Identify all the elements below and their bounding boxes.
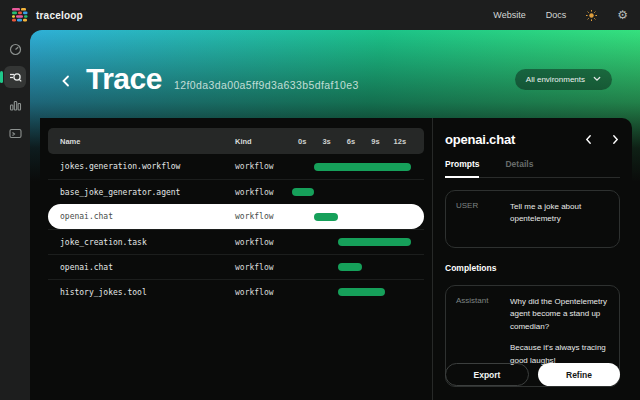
next-span-chevron-icon[interactable] (611, 134, 620, 145)
span-kind: workflow (235, 188, 290, 197)
trace-search-icon (9, 71, 22, 84)
span-timeline-cell (290, 255, 412, 279)
span-duration-bar (292, 188, 314, 196)
detail-tabs: Prompts Details (445, 159, 620, 178)
span-timeline-cell (290, 230, 412, 254)
docs-link[interactable]: Docs (546, 10, 567, 20)
sidebar-item-playground[interactable] (4, 122, 26, 144)
chevron-down-icon (593, 76, 601, 82)
span-duration-bar (338, 288, 384, 296)
span-timeline-cell (290, 154, 412, 179)
tab-details[interactable]: Details (505, 159, 533, 177)
timeline-axis: 0s 3s 6s 9s 12s (290, 137, 412, 146)
theme-toggle-sun-icon[interactable] (586, 10, 597, 21)
environment-selector-label: All environments (526, 75, 585, 84)
tab-prompts[interactable]: Prompts (445, 159, 479, 178)
table-row[interactable]: jokes.generation.workflow workflow (48, 154, 424, 179)
table-row[interactable]: base_joke_generator.agent workflow (48, 179, 424, 204)
content-area: Name Kind 0s 3s 6s 9s 12s jokes.generati… (40, 118, 632, 400)
page-title: Trace (86, 62, 162, 96)
span-name: openai.chat (60, 212, 235, 221)
column-header-name: Name (60, 137, 235, 146)
app-window: traceloop Website Docs ⚙ (0, 0, 640, 400)
table-header: Name Kind 0s 3s 6s 9s 12s (48, 128, 424, 154)
span-timeline-cell (290, 204, 412, 229)
span-duration-bar (338, 263, 362, 271)
message-text: Tell me a joke about opentelemetry (510, 201, 609, 237)
completion-paragraph: Why did the Opentelemetry agent become a… (510, 296, 609, 333)
website-link[interactable]: Website (493, 10, 525, 20)
column-header-kind: Kind (235, 137, 290, 146)
table-row[interactable]: openai.chat workflow (48, 254, 424, 279)
axis-tick: 12s (388, 137, 412, 146)
axis-tick: 9s (363, 137, 387, 146)
top-bar: traceloop Website Docs ⚙ (0, 0, 640, 30)
table-row[interactable]: joke_creation.task workflow (48, 229, 424, 254)
bar-chart-icon (9, 99, 22, 112)
refine-button[interactable]: Refine (538, 363, 620, 386)
playground-screen-icon (9, 127, 22, 140)
span-title: openai.chat (445, 132, 515, 147)
span-kind: workflow (235, 263, 290, 272)
message-role: USER (456, 201, 500, 237)
span-kind: workflow (235, 288, 290, 297)
panel-actions: Export Refine (445, 363, 620, 386)
brand[interactable]: traceloop (12, 8, 83, 22)
span-name: base_joke_generator.agent (60, 188, 235, 197)
settings-gear-icon[interactable]: ⚙ (617, 9, 628, 21)
span-kind: workflow (235, 162, 290, 171)
environment-selector[interactable]: All environments (515, 69, 612, 90)
table-row[interactable]: openai.chat workflow (48, 204, 424, 229)
span-kind: workflow (235, 238, 290, 247)
span-timeline-cell (290, 280, 412, 304)
sidebar-item-traces[interactable] (4, 66, 26, 88)
axis-tick: 3s (314, 137, 338, 146)
export-button[interactable]: Export (445, 363, 529, 386)
span-name: jokes.generation.workflow (60, 162, 235, 171)
table-row[interactable]: history_jokes.tool workflow (48, 279, 424, 304)
sidebar-item-analytics[interactable] (4, 94, 26, 116)
trace-table-body: jokes.generation.workflow workflow base_… (48, 154, 424, 304)
span-name: openai.chat (60, 263, 235, 272)
sidebar-item-dashboard[interactable] (4, 38, 26, 60)
back-chevron-icon[interactable] (60, 74, 72, 88)
span-kind: workflow (235, 212, 290, 221)
axis-tick: 6s (339, 137, 363, 146)
prev-span-chevron-icon[interactable] (584, 134, 593, 145)
axis-tick: 0s (290, 137, 314, 146)
span-duration-bar (314, 213, 338, 221)
brand-name: traceloop (36, 10, 83, 21)
main-region: Trace 12f0da3da00a5ff9d3a633b5dfaf10e3 A… (30, 30, 640, 400)
sidebar-nav (0, 30, 30, 400)
completions-heading: Completions (445, 263, 620, 273)
span-timeline-cell (290, 180, 412, 204)
span-duration-bar (338, 238, 412, 246)
gauge-icon (9, 43, 22, 56)
trace-id: 12f0da3da00a5ff9d3a633b5dfaf10e3 (174, 79, 359, 91)
trace-header: Trace 12f0da3da00a5ff9d3a633b5dfaf10e3 A… (30, 30, 640, 118)
traceloop-logo-icon (12, 8, 29, 22)
prompt-message-card: USER Tell me a joke about opentelemetry (445, 190, 620, 248)
span-name: history_jokes.tool (60, 288, 235, 297)
span-duration-bar (314, 163, 410, 171)
span-detail-panel: openai.chat Prompts Details (432, 118, 632, 400)
spans-table: Name Kind 0s 3s 6s 9s 12s jokes.generati… (40, 118, 432, 400)
span-name: joke_creation.task (60, 238, 235, 247)
